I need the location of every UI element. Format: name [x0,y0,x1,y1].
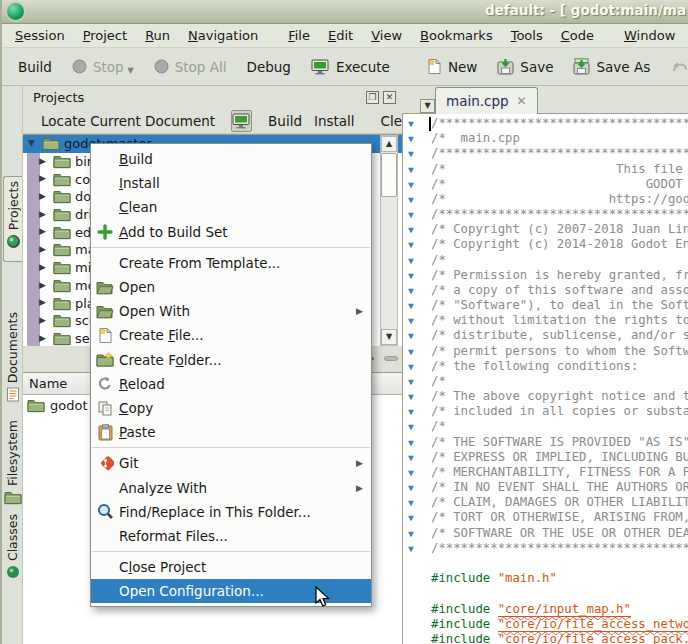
menu-tools[interactable]: Tools [502,25,552,46]
fold-marker-icon[interactable]: ▼ [408,237,414,252]
menu-item-create-from-template[interactable]: Create From Template... [91,251,371,275]
fold-marker-icon[interactable]: ▼ [408,313,414,328]
toolbar-stop-all-button[interactable]: Stop All [146,54,235,80]
fold-marker-icon[interactable]: ▼ [408,374,414,389]
expand-arrow-icon[interactable]: ▶ [39,262,46,272]
toolbar-save-button[interactable]: Save [489,53,561,80]
fold-marker-icon[interactable]: ▼ [408,359,414,374]
menu-item-clean[interactable]: Clean [91,195,371,219]
fold-marker-icon[interactable]: ▼ [408,222,414,237]
fold-marker-icon[interactable]: ▼ [408,480,414,495]
menu-item-open-with[interactable]: Open With▶ [91,299,371,323]
toolbar-save-as-button[interactable]: Save As [565,53,658,80]
fold-marker-icon[interactable]: ▼ [408,404,414,419]
fold-marker-icon[interactable]: ▼ [408,192,414,207]
scroll-down-button[interactable]: ▼ [381,329,397,345]
toolbar-stop-button[interactable]: Stop▼ [64,54,142,80]
fold-marker-icon[interactable]: ▼ [408,510,414,525]
expand-arrow-icon[interactable]: ▶ [39,226,46,236]
menu-project[interactable]: Project [74,25,137,46]
fold-marker-icon[interactable]: ▼ [408,526,414,541]
fold-marker-icon[interactable]: ▼ [408,162,414,177]
code-token: /* without limitation the rights to use,… [431,313,688,327]
expand-arrow-icon[interactable]: ▶ [39,297,46,307]
fold-marker-icon[interactable]: ▼ [408,268,414,283]
menu-item-add-to-build-set[interactable]: Add to Build Set [91,220,371,244]
fold-marker-icon[interactable]: ▼ [408,450,414,465]
menu-bookmarks[interactable]: Bookmarks [411,25,502,46]
menu-view[interactable]: View [362,25,411,46]
splitter-grip[interactable] [384,356,398,361]
locate-current-document-button[interactable]: Locate Current Document [35,111,221,131]
fold-marker-icon[interactable]: ▼ [408,328,414,343]
scrollbar-thumb[interactable] [381,153,397,197]
fold-marker-icon[interactable]: ▼ [408,541,414,556]
fold-marker-icon[interactable]: ▼ [408,116,414,131]
collapse-arrow-icon[interactable]: ▼ [28,138,35,148]
toolbar-new-button[interactable]: New [418,53,485,80]
fold-marker-icon[interactable]: ▼ [408,146,414,161]
expand-arrow-icon[interactable]: ▶ [39,280,46,290]
expand-arrow-icon[interactable]: ▶ [39,209,46,219]
fold-marker-icon[interactable]: ▼ [408,207,414,222]
menu-item-close-project[interactable]: Close Project [91,555,371,579]
toolbar-execute-button[interactable]: Execute [303,54,398,80]
dock-tab-documents[interactable]: Documents [3,308,22,406]
toolbar-debug-button[interactable]: Debug [238,54,298,80]
fold-marker-icon[interactable]: ▼ [408,131,414,146]
dock-tab-classes[interactable]: Classes [3,510,22,583]
menu-item-copy[interactable]: Copy [91,396,371,420]
scroll-up-button[interactable]: ▲ [381,136,397,152]
menu-item-create-file[interactable]: Create File... [91,323,371,347]
expand-arrow-icon[interactable]: ▶ [39,244,46,254]
menu-run[interactable]: Run [136,25,179,46]
fold-marker-icon[interactable]: ▼ [408,419,414,434]
execute-target-button[interactable] [231,110,252,132]
menu-window[interactable]: Window [615,25,684,46]
tab-list-dropdown[interactable]: ▼ [420,99,435,113]
menu-sett[interactable]: Sett [684,25,688,46]
menu-item-reformat-files[interactable]: Reformat Files... [91,524,371,548]
fold-marker-icon[interactable]: ▼ [408,389,414,404]
expand-arrow-icon[interactable]: ▶ [39,156,46,166]
menu-item-paste[interactable]: Paste [91,420,371,444]
panel-close-button[interactable]: ✕ [383,91,396,104]
expand-arrow-icon[interactable]: ▶ [39,191,46,201]
menu-file[interactable]: File [279,25,319,46]
dock-tab-filesystem[interactable]: Filesystem [3,416,22,509]
fold-marker-icon[interactable]: ▼ [408,253,414,268]
menu-item-reload[interactable]: Reload [91,372,371,396]
panel-build-button[interactable]: Build [262,111,308,131]
toolbar-und-button[interactable]: Und [662,54,688,80]
expand-arrow-icon[interactable]: ▶ [39,173,46,183]
code-view[interactable]: ▼/**************************************… [402,114,688,644]
tab-main-cpp[interactable]: main.cpp ✕ [435,87,538,114]
menu-item-install[interactable]: Install [91,171,371,195]
menu-item-find-replace-in-this-folder[interactable]: Find/Replace in This Folder... [91,500,371,524]
fold-marker-icon[interactable]: ▼ [408,283,414,298]
menu-item-create-folder[interactable]: Create Folder... [91,348,371,372]
panel-float-button[interactable]: ❐ [366,91,379,104]
dock-tab-projects[interactable]: Projects [3,176,22,262]
fold-marker-icon[interactable]: ▼ [408,298,414,313]
fold-marker-icon[interactable]: ▼ [408,177,414,192]
menu-item-analyze-with[interactable]: Analyze With▶ [91,475,371,499]
fold-marker-icon[interactable]: ▼ [408,344,414,359]
expand-arrow-icon[interactable]: ▶ [39,315,46,325]
menu-code[interactable]: Code [552,25,603,46]
menu-session[interactable]: Session [6,25,74,46]
tab-close-icon[interactable]: ✕ [517,94,527,108]
toolbar-build-button[interactable]: Build [10,54,60,80]
fold-marker-icon[interactable]: ▼ [408,465,414,480]
menu-item-open[interactable]: Open [91,275,371,299]
tree-scrollbar[interactable]: ▲ ▼ [380,135,398,346]
fold-marker-icon[interactable]: ▼ [408,495,414,510]
fold-marker-icon[interactable]: ▼ [408,435,414,450]
menu-navigation[interactable]: Navigation [179,25,267,46]
menu-item-build[interactable]: Build [91,147,371,171]
menu-edit[interactable]: Edit [319,25,362,46]
title-bar[interactable]: default: - [ godot:main/ma [2,0,688,24]
panel-install-button[interactable]: Install [308,111,361,131]
expand-arrow-icon[interactable]: ▶ [39,333,46,343]
menu-item-git[interactable]: Git▶ [91,451,371,475]
